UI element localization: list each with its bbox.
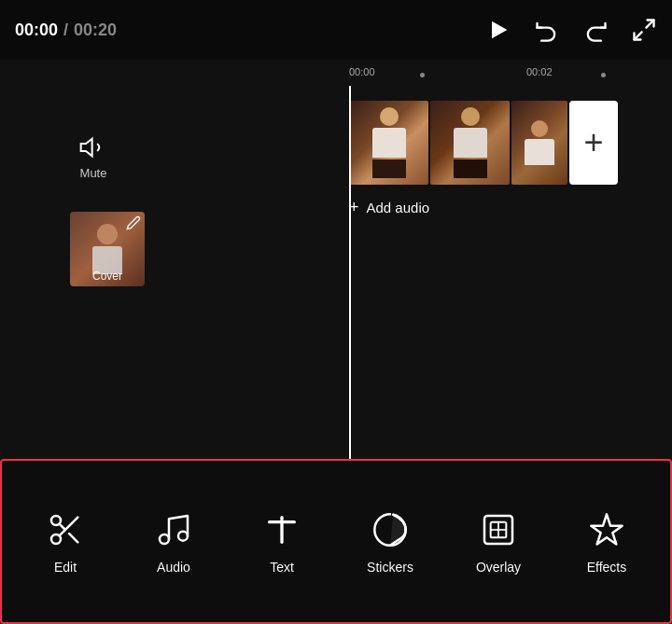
video-thumb-3[interactable] (511, 101, 567, 185)
music-icon (153, 509, 194, 550)
fullscreen-button[interactable] (631, 17, 657, 43)
video-strip: + (349, 101, 618, 185)
time-total: 00:20 (74, 21, 117, 40)
scissors-icon (45, 509, 86, 550)
mute-label: Mute (80, 166, 107, 180)
play-button[interactable] (485, 17, 511, 43)
time-current: 00:00 (15, 21, 58, 40)
time-display: 00:00 / 00:20 (15, 21, 117, 40)
timeline-header: 00:00 00:02 (0, 60, 672, 86)
overlay-icon (478, 509, 519, 550)
edit-label: Edit (54, 560, 77, 575)
cover-edit-icon (126, 215, 141, 234)
tool-stickers[interactable]: Stickers (336, 509, 444, 575)
tool-edit[interactable]: Edit (11, 509, 119, 575)
top-bar: 00:00 / 00:20 (0, 0, 672, 60)
svg-point-10 (178, 531, 188, 540)
svg-line-1 (646, 21, 653, 28)
cover-track: Cover (28, 202, 187, 296)
text-icon (261, 509, 302, 550)
bottom-toolbar: Edit Audio Text (0, 459, 672, 624)
svg-line-8 (60, 523, 65, 529)
add-audio-label: Add audio (367, 200, 430, 215)
editor-area: Mute Cover (0, 86, 672, 459)
svg-marker-0 (492, 21, 507, 39)
tool-effects[interactable]: Effects (553, 509, 661, 575)
overlay-label: Overlay (476, 560, 521, 575)
time-marker-0: 00:00 (349, 66, 375, 77)
svg-line-2 (635, 32, 642, 39)
top-controls (485, 17, 657, 43)
redo-button[interactable] (582, 17, 609, 43)
mute-track-label: Mute (0, 104, 187, 198)
svg-line-7 (69, 534, 77, 542)
add-clip-button[interactable]: + (569, 101, 618, 185)
add-audio-button[interactable]: + Add audio (349, 198, 429, 217)
svg-marker-3 (81, 138, 92, 156)
time-marker-1: 00:02 (526, 66, 553, 77)
effects-icon (586, 509, 627, 550)
tool-text[interactable]: Text (228, 509, 336, 575)
tool-overlay[interactable]: Overlay (444, 509, 553, 575)
undo-button[interactable] (534, 17, 560, 43)
time-dot-2 (601, 73, 606, 77)
svg-point-9 (160, 534, 169, 544)
playhead (349, 86, 351, 459)
time-separator: / (63, 21, 68, 40)
effects-label: Effects (587, 560, 627, 575)
tool-audio[interactable]: Audio (119, 509, 228, 575)
text-label: Text (270, 560, 294, 575)
audio-label: Audio (157, 560, 190, 575)
stickers-icon (370, 509, 411, 550)
track-labels: Mute Cover (0, 86, 187, 459)
time-dot-1 (420, 73, 425, 77)
cover-thumbnail[interactable]: Cover (70, 212, 145, 286)
add-clip-icon: + (583, 126, 603, 159)
stickers-label: Stickers (367, 560, 413, 575)
video-thumb-2[interactable] (430, 101, 510, 185)
video-thumb-1[interactable] (349, 101, 428, 185)
cover-label: Cover (92, 270, 122, 283)
mute-button[interactable]: Mute (78, 132, 108, 180)
